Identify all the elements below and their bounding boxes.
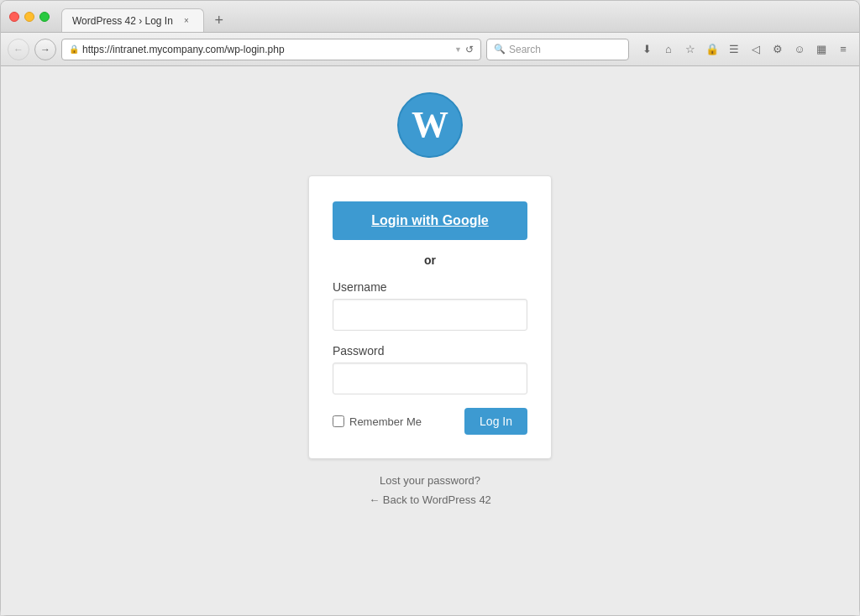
below-card-links: Lost your password? ← Back to WordPress … bbox=[369, 474, 491, 506]
browser-window: WordPress 42 › Log In × + ← → 🔒 https://… bbox=[0, 0, 860, 616]
emoji-icon[interactable]: ☺ bbox=[790, 40, 809, 59]
back-to-site-link[interactable]: ← Back to WordPress 42 bbox=[369, 493, 491, 506]
download-icon[interactable]: ⬇ bbox=[637, 40, 656, 59]
forward-button[interactable]: → bbox=[34, 39, 56, 60]
or-divider: or bbox=[333, 253, 527, 267]
nav-icons: ⬇ ⌂ ☆ 🔒 ☰ ◁ ⚙ ☺ ▦ ≡ bbox=[637, 40, 852, 59]
close-window-button[interactable] bbox=[9, 12, 19, 22]
dropdown-arrow-icon: ▼ bbox=[454, 45, 462, 54]
lock-icon: 🔒 bbox=[69, 44, 79, 54]
wordpress-logo: W bbox=[396, 91, 464, 159]
login-card: Login with Google or Username Password R… bbox=[308, 175, 552, 459]
password-field: Password bbox=[333, 344, 527, 394]
address-bar[interactable]: 🔒 https://intranet.mycompany.com/wp-logi… bbox=[61, 39, 481, 60]
tools-icon[interactable]: ⚙ bbox=[768, 40, 787, 59]
search-icon: 🔍 bbox=[494, 44, 506, 55]
tab-close-button[interactable]: × bbox=[180, 14, 193, 28]
log-in-button[interactable]: Log In bbox=[464, 408, 527, 435]
pocket-icon[interactable]: ☰ bbox=[725, 40, 743, 59]
menu-icon[interactable]: ≡ bbox=[834, 40, 852, 59]
send-icon[interactable]: ◁ bbox=[747, 40, 765, 59]
google-login-button[interactable]: Login with Google bbox=[333, 201, 527, 240]
password-label: Password bbox=[333, 344, 527, 358]
home-icon[interactable]: ⌂ bbox=[659, 40, 678, 59]
search-bar[interactable]: 🔍 Search bbox=[486, 39, 629, 60]
reload-button[interactable]: ↺ bbox=[465, 44, 474, 55]
search-placeholder: Search bbox=[509, 44, 541, 55]
minimize-window-button[interactable] bbox=[24, 12, 34, 22]
maximize-window-button[interactable] bbox=[39, 12, 50, 22]
navigation-bar: ← → 🔒 https://intranet.mycompany.com/wp-… bbox=[1, 33, 859, 66]
remember-me-container: Remember Me bbox=[333, 415, 422, 428]
page-content: W Login with Google or Username Password… bbox=[1, 66, 859, 615]
username-field: Username bbox=[333, 280, 527, 331]
svg-text:W: W bbox=[412, 104, 448, 145]
lock-icon[interactable]: 🔒 bbox=[703, 40, 721, 59]
tab-bar: WordPress 42 › Log In × + bbox=[61, 1, 851, 32]
form-footer: Remember Me Log In bbox=[333, 408, 527, 435]
remember-me-checkbox[interactable] bbox=[333, 415, 344, 427]
url-text: https://intranet.mycompany.com/wp-login.… bbox=[82, 44, 451, 55]
lost-password-link[interactable]: Lost your password? bbox=[380, 474, 480, 487]
active-tab[interactable]: WordPress 42 › Log In × bbox=[61, 8, 204, 32]
back-button[interactable]: ← bbox=[8, 39, 29, 60]
tab-title: WordPress 42 › Log In bbox=[72, 15, 173, 27]
bookmark-icon[interactable]: ☆ bbox=[681, 40, 700, 59]
title-bar: WordPress 42 › Log In × + bbox=[1, 1, 859, 33]
username-input[interactable] bbox=[333, 299, 527, 331]
traffic-lights bbox=[9, 12, 50, 22]
username-label: Username bbox=[333, 280, 527, 294]
remember-me-label: Remember Me bbox=[349, 415, 422, 428]
new-tab-button[interactable]: + bbox=[207, 8, 231, 32]
password-input[interactable] bbox=[333, 363, 527, 394]
reader-icon[interactable]: ▦ bbox=[812, 40, 831, 59]
